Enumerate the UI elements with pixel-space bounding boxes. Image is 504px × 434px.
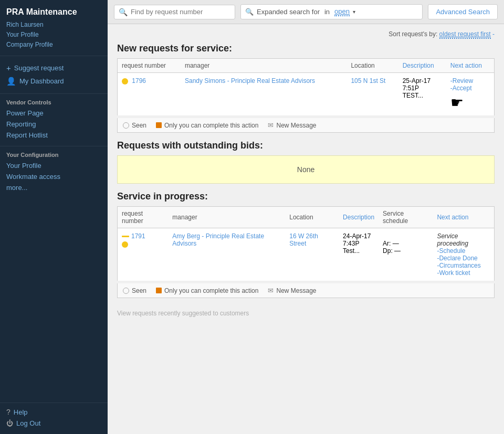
table-row: 1796 Sandy Simons - Principle Real Estat…	[118, 73, 495, 116]
dash-line-icon	[122, 236, 129, 237]
your-configuration-label: Your Configuration	[0, 146, 108, 160]
service-in-progress-table: request number manager Location Descript…	[117, 206, 495, 281]
status-dot-yellow	[122, 78, 128, 84]
plus-icon: +	[6, 63, 11, 72]
sip-request-time: 7:43P	[343, 240, 374, 247]
dropdown-arrow-icon[interactable]: ▾	[353, 9, 355, 15]
accept-link[interactable]: -Accept	[450, 84, 490, 92]
power-icon: ⏻	[6, 419, 13, 427]
suggest-request-label: Suggest request	[14, 64, 64, 72]
advanced-search-button[interactable]: Advanced Search	[428, 4, 498, 19]
request-time: 7:51P	[403, 84, 442, 92]
schedule-link[interactable]: -Schedule	[437, 247, 490, 255]
sip-schedule-cell: Ar: — Dp: —	[379, 228, 433, 281]
work-ticket-link[interactable]: -Work ticket	[437, 269, 490, 277]
logout-link[interactable]: ⏻ Log Out	[0, 418, 108, 429]
sip-col-next-action: Next action	[433, 207, 494, 228]
suggest-request-action[interactable]: + Suggest request	[6, 61, 101, 75]
sip-message-icon: ✉	[268, 287, 274, 294]
more-link[interactable]: more...	[0, 182, 108, 193]
seen-item: Seen	[123, 122, 146, 129]
declare-done-link[interactable]: -Declare Done	[437, 255, 490, 262]
help-icon: ?	[6, 408, 10, 416]
company-profile-link[interactable]: Company Profile	[6, 40, 101, 50]
col-location: Location	[346, 59, 398, 73]
sip-seen-radio[interactable]	[123, 288, 129, 294]
request-date: 25-Apr-17	[403, 77, 442, 84]
circumstances-link[interactable]: -Circumstances	[437, 262, 490, 269]
your-profile-link[interactable]: Your Profile	[0, 160, 108, 171]
main-content: 🔍 🔍 Expanded search for in open ▾ Advanc…	[108, 0, 504, 434]
sip-description-cell: 24-Apr-17 7:43P Test...	[339, 228, 379, 281]
request-number-link[interactable]: 1796	[132, 77, 146, 84]
new-message-item[interactable]: ✉ New Message	[268, 121, 316, 129]
table-row: 1791 Amy Berg - Principle Real Estate Ad…	[118, 228, 495, 281]
sort-label: Sort request's by:	[388, 30, 437, 38]
sip-request-number-link[interactable]: 1791	[131, 232, 145, 240]
new-message-label: New Message	[276, 122, 316, 129]
in-label: in	[324, 8, 330, 16]
sip-manager-cell: Amy Berg - Principle Real Estate Advisor…	[168, 228, 285, 281]
help-link[interactable]: ? Help	[0, 406, 108, 418]
search-icon: 🔍	[119, 8, 128, 16]
description-cell: 25-Apr-17 7:51P TEST...	[398, 73, 446, 116]
sidebar: PRA Maintenance Rich Laursen Your Profil…	[0, 0, 108, 434]
col-request-number: request number	[118, 59, 181, 73]
sip-seen-label: Seen	[132, 287, 146, 294]
sip-request-number-cell: 1791	[118, 228, 169, 281]
sip-request-date: 24-Apr-17	[343, 232, 374, 240]
new-requests-footer: Seen Only you can complete this action ✉…	[117, 118, 495, 133]
sip-footer: Seen Only you can complete this action ✉…	[117, 283, 495, 298]
only-you-label: Only you can complete this action	[164, 122, 258, 129]
app-title: PRA Maintenance	[6, 7, 101, 17]
sip-seen-item: Seen	[123, 287, 146, 294]
open-status-link[interactable]: open	[334, 7, 350, 16]
manager-cell: Sandy Simons - Principle Real Estate Adv…	[181, 73, 346, 116]
location-link[interactable]: 105 N 1st St	[351, 77, 385, 84]
report-hotlist-link[interactable]: Report Hotlist	[0, 130, 108, 141]
location-cell: 105 N 1st St	[346, 73, 398, 116]
sip-col-description: Description	[339, 207, 379, 228]
find-search-box[interactable]: 🔍	[114, 5, 235, 19]
service-in-progress-title: Service in progress:	[117, 191, 495, 202]
vendor-controls-label: Vendor Controls	[0, 94, 108, 108]
manager-link[interactable]: Sandy Simons - Principle Real Estate Adv…	[185, 77, 315, 84]
expanded-search-icon: 🔍	[245, 8, 254, 16]
sidebar-bottom: ? Help ⏻ Log Out	[0, 397, 108, 434]
view-requests-link[interactable]: View requests recently suggested to cust…	[117, 310, 249, 317]
review-link[interactable]: -Review	[450, 77, 490, 84]
request-desc: TEST...	[403, 92, 442, 99]
service-proceeding-label: Service proceeding	[437, 232, 490, 247]
sip-schedule: Ar: — Dp: —	[383, 240, 401, 255]
power-page-link[interactable]: Power Page	[0, 108, 108, 119]
user-name-link[interactable]: Rich Laursen	[6, 20, 101, 30]
sip-manager-link[interactable]: Amy Berg - Principle Real Estate Advisor…	[172, 232, 264, 247]
sip-col-schedule: Service schedule	[379, 207, 433, 228]
sip-col-location: Location	[285, 207, 339, 228]
expanded-search-label: Expanded search for	[257, 8, 320, 16]
your-profile-header-link[interactable]: Your Profile	[6, 30, 101, 40]
sip-orange-square-icon	[156, 288, 162, 293]
seen-label: Seen	[132, 122, 146, 129]
col-manager: manager	[181, 59, 346, 73]
sip-header-row: request number manager Location Descript…	[118, 207, 495, 228]
my-dashboard-action[interactable]: 👤 My Dashboard	[6, 75, 101, 88]
cursor-pointer-icon: ☛	[450, 94, 464, 111]
reporting-link[interactable]: Reporting	[0, 119, 108, 130]
sidebar-actions-section: + Suggest request 👤 My Dashboard	[0, 56, 108, 88]
workmate-access-link[interactable]: Workmate access	[0, 171, 108, 182]
expanded-search-box[interactable]: 🔍 Expanded search for in open ▾	[240, 4, 423, 19]
none-box: None	[117, 155, 495, 184]
sip-location-link[interactable]: 16 W 26th Street	[289, 232, 318, 247]
find-input[interactable]	[131, 8, 230, 16]
request-number-cell: 1796	[118, 73, 181, 116]
message-icon: ✉	[268, 121, 274, 129]
seen-radio[interactable]	[123, 122, 129, 129]
sip-new-message-item[interactable]: ✉ New Message	[268, 287, 316, 294]
sip-col-request-number: request number	[118, 207, 169, 228]
new-requests-title: New requests for service:	[117, 43, 495, 54]
sidebar-header: PRA Maintenance Rich Laursen Your Profil…	[0, 0, 108, 56]
sort-link[interactable]: oldest request first	[439, 30, 491, 39]
new-requests-table: request number manager Location Descript…	[117, 58, 495, 116]
sip-next-action-cell: Service proceeding -Schedule -Declare Do…	[433, 228, 494, 281]
